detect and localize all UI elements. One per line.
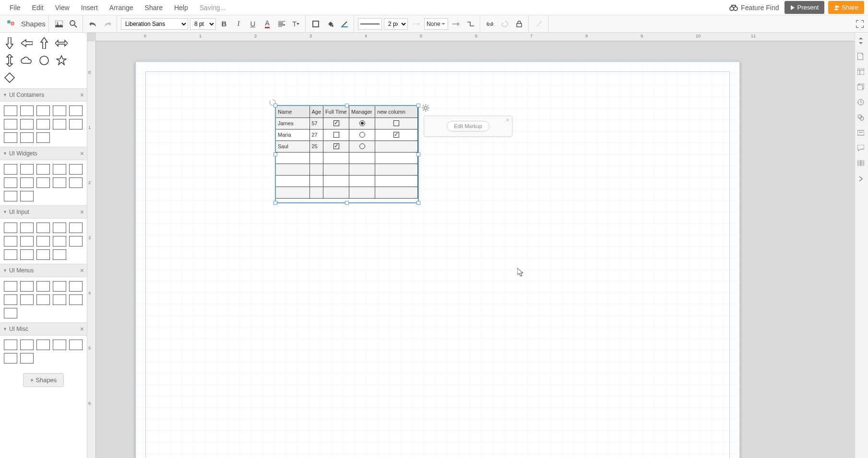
resize-handle[interactable] xyxy=(416,201,420,205)
line-style-select[interactable] xyxy=(358,18,382,30)
table-row[interactable]: Saul25 xyxy=(276,141,418,152)
circle-shape[interactable] xyxy=(37,54,51,67)
menu-file[interactable]: File xyxy=(4,1,26,14)
container-shape[interactable] xyxy=(4,119,17,129)
paper[interactable]: Name Age Full Time Manager new column Ja… xyxy=(135,61,740,458)
page-icon[interactable] xyxy=(857,53,866,61)
menu-shape[interactable] xyxy=(53,294,66,305)
text-color-icon[interactable]: A xyxy=(261,18,273,30)
add-shapes-button[interactable]: +Shapes xyxy=(23,373,64,387)
misc-shape[interactable] xyxy=(4,353,17,364)
container-shape[interactable] xyxy=(20,132,34,143)
menu-shape[interactable] xyxy=(69,281,83,292)
misc-shape[interactable] xyxy=(20,340,34,350)
underline-icon[interactable]: U xyxy=(247,18,259,30)
link-icon[interactable] xyxy=(484,18,497,30)
widget-shape[interactable] xyxy=(69,164,83,175)
table-row[interactable] xyxy=(276,164,418,175)
input-shape[interactable] xyxy=(69,223,83,233)
clock-icon[interactable] xyxy=(857,99,866,107)
close-icon[interactable]: × xyxy=(80,267,84,274)
menu-arrange[interactable]: Arrange xyxy=(104,1,139,14)
menu-shape[interactable] xyxy=(20,281,34,292)
arrow-updown-shape[interactable] xyxy=(3,54,16,67)
input-shape[interactable] xyxy=(4,223,17,233)
misc-shape[interactable] xyxy=(36,340,50,350)
data-icon[interactable] xyxy=(857,160,866,169)
container-shape[interactable] xyxy=(20,106,34,116)
container-shape[interactable] xyxy=(20,119,34,129)
resize-handle[interactable] xyxy=(273,104,277,107)
widget-shape[interactable] xyxy=(20,177,34,188)
table-row[interactable] xyxy=(276,175,418,187)
fullscreen-icon[interactable] xyxy=(854,18,866,30)
arrow-up-shape[interactable] xyxy=(37,36,51,50)
widget-shape[interactable] xyxy=(36,177,50,188)
comment-icon[interactable] xyxy=(857,145,866,153)
shapes-menu-icon[interactable] xyxy=(5,18,17,30)
menu-help[interactable]: Help xyxy=(168,1,194,14)
gear-icon[interactable] xyxy=(422,104,429,112)
table-row[interactable]: Maria27 xyxy=(276,129,418,141)
widget-shape[interactable] xyxy=(53,177,66,188)
close-icon[interactable]: × xyxy=(80,91,84,99)
container-shape[interactable] xyxy=(69,119,83,129)
resize-handle[interactable] xyxy=(345,201,349,205)
menu-insert[interactable]: Insert xyxy=(75,1,104,14)
search-icon[interactable] xyxy=(67,18,80,30)
align-icon[interactable] xyxy=(275,18,288,30)
input-shape[interactable] xyxy=(20,249,34,260)
line-color-icon[interactable] xyxy=(338,18,351,30)
present-button[interactable]: Present xyxy=(785,1,824,14)
close-icon[interactable]: × xyxy=(80,208,84,216)
input-shape[interactable] xyxy=(53,236,66,247)
master-icon[interactable] xyxy=(857,129,866,138)
container-shape[interactable] xyxy=(36,119,50,129)
acc-ui-containers[interactable]: ▼UI Containers× xyxy=(0,88,87,102)
close-icon[interactable]: × xyxy=(80,325,84,333)
bold-icon[interactable]: B xyxy=(218,18,230,30)
widget-shape[interactable] xyxy=(53,164,66,175)
border-icon[interactable] xyxy=(309,18,322,30)
table-row[interactable] xyxy=(276,152,418,164)
arrow-left-shape[interactable] xyxy=(20,36,34,50)
misc-shape[interactable] xyxy=(53,340,66,350)
container-shape[interactable] xyxy=(4,132,17,143)
text-style-icon[interactable]: T xyxy=(290,18,302,30)
input-shape[interactable] xyxy=(53,223,66,233)
widget-shape[interactable] xyxy=(36,164,50,175)
misc-shape[interactable] xyxy=(4,340,17,350)
lock-icon[interactable] xyxy=(513,18,525,30)
share-button[interactable]: Share xyxy=(828,1,864,14)
italic-icon[interactable]: I xyxy=(232,18,245,30)
input-shape[interactable] xyxy=(69,236,83,247)
image-icon[interactable] xyxy=(53,18,65,30)
layers-icon[interactable] xyxy=(857,83,866,92)
menu-shape[interactable] xyxy=(36,294,50,305)
input-shape[interactable] xyxy=(4,236,17,247)
line-end-select[interactable]: None xyxy=(424,18,448,30)
arrow-leftright-shape[interactable] xyxy=(55,36,68,50)
container-shape[interactable] xyxy=(36,106,50,116)
arrow-right-icon[interactable] xyxy=(450,18,463,30)
close-icon[interactable]: × xyxy=(506,117,509,123)
input-shape[interactable] xyxy=(4,249,17,260)
resize-handle[interactable] xyxy=(416,104,420,107)
mockup-table[interactable]: Name Age Full Time Manager new column Ja… xyxy=(275,105,419,203)
input-shape[interactable] xyxy=(20,236,34,247)
menu-shape[interactable] xyxy=(4,294,17,305)
misc-shape[interactable] xyxy=(20,353,34,364)
resize-handle[interactable] xyxy=(416,153,420,156)
resize-handle[interactable] xyxy=(345,104,349,107)
acc-ui-widgets[interactable]: ▼UI Widgets× xyxy=(0,147,87,160)
magic-icon[interactable] xyxy=(533,18,545,30)
menu-edit[interactable]: Edit xyxy=(26,1,49,14)
container-shape[interactable] xyxy=(53,106,66,116)
table-row[interactable] xyxy=(276,187,418,198)
input-shape[interactable] xyxy=(53,249,66,260)
acc-ui-input[interactable]: ▼UI Input× xyxy=(0,205,87,219)
route-icon[interactable] xyxy=(464,18,477,30)
resize-handle[interactable] xyxy=(273,153,277,156)
cloud-shape[interactable] xyxy=(20,54,34,67)
input-shape[interactable] xyxy=(36,249,50,260)
